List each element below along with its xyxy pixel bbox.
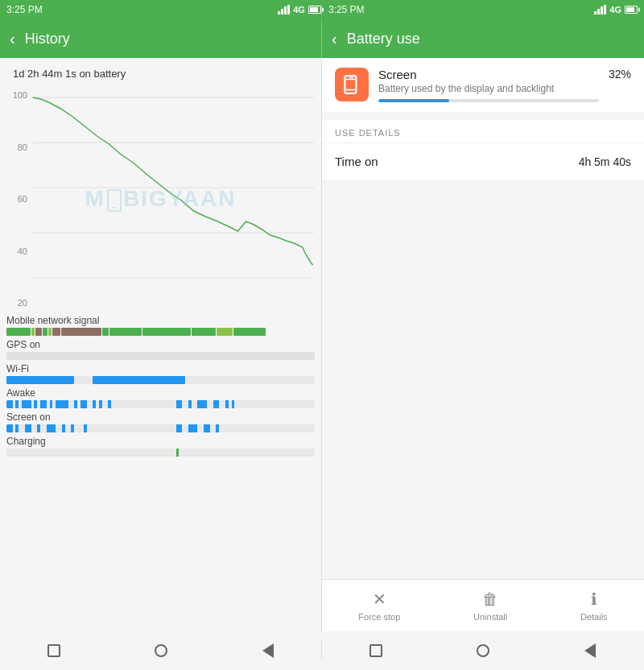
time-on-label: Time on xyxy=(335,155,378,168)
details-icon: ℹ xyxy=(591,589,597,609)
right-home-button[interactable] xyxy=(473,641,493,660)
battery-chart-container: 100 80 60 40 20 MBIGYAAN xyxy=(0,86,321,312)
battery-use-back-button[interactable]: ‹ xyxy=(332,30,337,48)
right-panel-spacer xyxy=(322,180,644,579)
left-status-bar: 3:25 PM 4G xyxy=(6,4,322,15)
uninstall-button[interactable]: 🗑 Uninstall xyxy=(460,587,520,625)
recents-icon-right xyxy=(369,644,382,657)
time-on-row: Time on 4h 5m 40s xyxy=(322,143,644,180)
battery-chart-svg xyxy=(32,86,315,312)
force-stop-icon: ✕ xyxy=(373,589,386,609)
gps-bar xyxy=(6,352,315,360)
time-on-value: 4h 5m 40s xyxy=(579,155,631,168)
screen-on-bar xyxy=(6,424,315,432)
screen-on-row: Screen on xyxy=(6,412,315,432)
left-network-type: 4G xyxy=(293,5,305,14)
awake-label: Awake xyxy=(6,387,315,399)
back-icon-right xyxy=(584,643,596,658)
right-status-bar: 3:25 PM 4G xyxy=(322,4,638,15)
force-stop-label: Force stop xyxy=(358,612,400,622)
screen-name: Screen xyxy=(378,68,599,81)
y-label-60: 60 xyxy=(3,194,27,204)
history-back-button[interactable]: ‹ xyxy=(10,30,15,48)
gps-label: GPS on xyxy=(6,339,315,350)
left-battery-icon xyxy=(308,6,321,14)
uninstall-icon: 🗑 xyxy=(482,590,498,609)
y-label-80: 80 xyxy=(3,143,27,152)
left-back-button[interactable] xyxy=(258,641,278,660)
screen-item: Screen Battery used by the display and b… xyxy=(322,58,644,112)
battery-display-icon xyxy=(341,74,362,95)
y-label-100: 100 xyxy=(3,90,27,100)
wifi-label: Wi-Fi xyxy=(6,363,315,374)
main-content: 1d 2h 44m 1s on battery 100 80 60 40 20 xyxy=(0,58,644,631)
right-signal-icon xyxy=(594,5,606,14)
left-header: ‹ History xyxy=(0,19,322,58)
right-status-icons: 4G xyxy=(594,5,638,14)
right-recents-button[interactable] xyxy=(366,641,386,660)
uninstall-label: Uninstall xyxy=(473,612,507,622)
y-label-20: 20 xyxy=(3,298,27,308)
y-axis-labels: 100 80 60 40 20 xyxy=(3,86,27,312)
svg-rect-5 xyxy=(345,76,356,93)
home-icon xyxy=(155,644,167,657)
right-back-button[interactable] xyxy=(580,641,600,660)
battery-time-text: 1d 2h 44m 1s on battery xyxy=(0,58,321,86)
mobile-network-row: Mobile network signal xyxy=(6,315,315,336)
force-stop-button[interactable]: ✕ Force stop xyxy=(345,586,413,625)
svg-rect-9 xyxy=(349,77,353,78)
wifi-row: Wi-Fi xyxy=(6,363,315,384)
history-title: History xyxy=(25,31,70,48)
bottom-navigation xyxy=(0,631,644,670)
right-nav xyxy=(322,641,644,660)
charging-label: Charging xyxy=(6,436,315,447)
left-home-button[interactable] xyxy=(151,641,171,660)
details-button[interactable]: ℹ Details xyxy=(568,586,621,625)
mobile-network-label: Mobile network signal xyxy=(6,315,315,326)
details-label: Details xyxy=(580,612,608,622)
battery-use-title: Battery use xyxy=(347,31,420,48)
home-icon-right xyxy=(477,644,489,657)
screen-description: Battery used by the display and backligh… xyxy=(378,83,599,94)
screen-progress-fill xyxy=(378,99,449,102)
charging-bar xyxy=(6,449,315,457)
gps-row: GPS on xyxy=(6,339,315,360)
back-icon xyxy=(262,643,274,658)
screen-on-label: Screen on xyxy=(6,412,315,423)
bottom-action-bar: ✕ Force stop 🗑 Uninstall ℹ Details xyxy=(322,579,644,631)
screen-icon xyxy=(335,68,369,101)
left-signal-icon xyxy=(278,5,290,14)
right-network-type: 4G xyxy=(609,5,621,14)
header-bars: ‹ History ‹ Battery use xyxy=(0,19,644,58)
use-details-header: USE DETAILS xyxy=(322,120,644,143)
screen-percent: 32% xyxy=(609,68,631,81)
mobile-network-bar xyxy=(6,328,315,336)
status-bars: 3:25 PM 4G 3:25 PM 4G xyxy=(0,0,644,19)
awake-row: Awake xyxy=(6,387,315,408)
right-time: 3:25 PM xyxy=(328,4,365,15)
charging-row: Charging xyxy=(6,436,315,457)
wifi-bar xyxy=(6,376,315,384)
awake-bar xyxy=(6,400,315,408)
recents-icon xyxy=(47,644,60,657)
right-header: ‹ Battery use xyxy=(322,19,644,58)
left-nav xyxy=(0,641,322,660)
right-panel: Screen Battery used by the display and b… xyxy=(322,58,644,631)
y-label-40: 40 xyxy=(3,246,27,256)
left-recents-button[interactable] xyxy=(44,641,64,660)
screen-info: Screen Battery used by the display and b… xyxy=(378,68,599,102)
left-time: 3:25 PM xyxy=(6,4,43,15)
usage-section: Mobile network signal xyxy=(0,312,321,631)
screen-progress-bar xyxy=(378,99,599,102)
left-status-icons: 4G xyxy=(278,5,321,14)
left-panel: 1d 2h 44m 1s on battery 100 80 60 40 20 xyxy=(0,58,322,631)
right-battery-icon xyxy=(625,6,638,14)
use-details-section: USE DETAILS Time on 4h 5m 40s xyxy=(322,120,644,180)
